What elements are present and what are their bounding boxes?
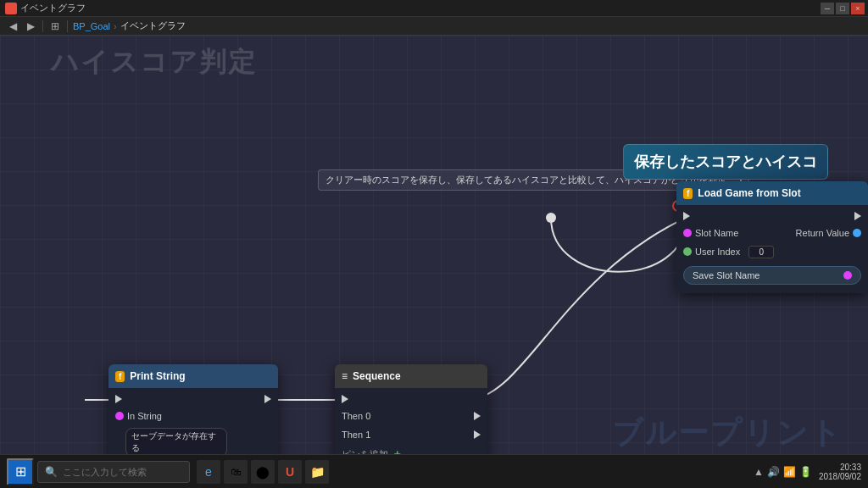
back-button[interactable]: ◀ [7, 19, 19, 33]
taskbar-right: ▲ 🔊 📶 🔋 20:33 2018/09/02 [754, 463, 861, 481]
toolbar: ◀ ▶ ⊞ BP_Goal › イベントグラフ [0, 17, 868, 36]
title-bar-text: イベントグラフ [20, 2, 86, 14]
save-slot-pin [843, 271, 852, 280]
load-game-header: f Load Game from Slot [676, 181, 868, 205]
start-button[interactable]: ⊞ [7, 458, 34, 485]
save-slot-button[interactable]: Save Slot Name [683, 266, 861, 285]
print-string-title: Print String [130, 370, 185, 382]
slot-name-label: Slot Name [695, 228, 738, 238]
print-string-icon: f [115, 371, 125, 382]
score-card-title: 保存したスコアとハイスコ [634, 153, 817, 170]
close-button[interactable]: × [851, 3, 865, 14]
sequence-title: Sequence [353, 370, 401, 382]
taskbar-chrome-button[interactable]: ⬤ [251, 460, 275, 484]
taskbar-clock: 20:33 2018/09/02 [819, 463, 861, 481]
page-title: ハイスコア判定 [51, 44, 257, 81]
then-1-label: Then 1 [342, 430, 470, 440]
title-bar: イベントグラフ ─ □ × [0, 0, 868, 17]
print-string-exec [108, 391, 278, 407]
user-index-pin [683, 247, 692, 256]
tray-icon-battery: 🔋 [799, 466, 812, 478]
return-value-label: Return Value [796, 228, 849, 238]
toolbar-separator [42, 20, 43, 32]
load-game-body: Slot Name Return Value User Index 0 Save… [676, 205, 868, 293]
breadcrumb: BP_Goal › イベントグラフ [73, 19, 186, 32]
taskbar-folder-button[interactable]: 📁 [305, 460, 329, 484]
taskbar-search-box[interactable]: 🔍 [37, 461, 190, 483]
breadcrumb-current: イベントグラフ [120, 19, 186, 32]
sequence-icon: ≡ [342, 370, 348, 382]
load-game-node[interactable]: f Load Game from Slot Slot Name Return V… [676, 181, 868, 293]
sequence-node[interactable]: ≡ Sequence Then 0 Then 1 ピンを追加 ＋ [335, 364, 487, 468]
return-value-pin [853, 229, 861, 237]
slot-name-row: Slot Name Return Value [676, 224, 868, 242]
breadcrumb-root[interactable]: BP_Goal [73, 21, 110, 31]
watermark: ブループリント [612, 413, 843, 454]
search-input[interactable] [63, 467, 173, 477]
load-game-icon: f [683, 188, 693, 199]
toolbar-separator-2 [67, 20, 68, 32]
taskbar-app-icons: e 🛍 ⬤ U 📁 [197, 460, 329, 484]
then-0-row: Then 0 [335, 407, 487, 425]
taskbar-unreal-button[interactable]: U [278, 460, 302, 484]
then-1-pin [474, 430, 481, 439]
svg-point-0 [546, 213, 556, 223]
save-slot-label: Save Slot Name [693, 270, 760, 280]
blueprint-canvas[interactable]: ハイスコア判定 ブループリント クリアー時のスコアを保存し、保存してあるハイスコ… [0, 36, 868, 488]
user-index-input[interactable]: 0 [748, 246, 774, 258]
sequence-exec [335, 391, 487, 407]
print-string-header: f Print String [108, 364, 278, 388]
load-game-title: Load Game from Slot [698, 187, 800, 199]
windows-logo: ⊞ [15, 463, 26, 480]
then-0-label: Then 0 [342, 411, 470, 421]
load-exec-out [854, 212, 861, 220]
search-icon: 🔍 [45, 466, 58, 478]
grid-button[interactable]: ⊞ [48, 19, 62, 33]
tray-icon-1: ▲ [754, 466, 764, 478]
user-index-label: User Index [695, 247, 740, 257]
in-string-label: In String [127, 411, 271, 421]
sequence-header: ≡ Sequence [335, 364, 487, 388]
tray-icon-3: 📶 [783, 466, 796, 478]
in-string-value: セーブデータが存在する [131, 430, 221, 454]
minimize-button[interactable]: ─ [821, 3, 834, 14]
exec-in-pin [115, 395, 122, 403]
clock-time: 20:33 [819, 463, 861, 472]
exec-out-pin [264, 395, 271, 403]
taskbar-edge-button[interactable]: e [197, 460, 220, 484]
in-string-input[interactable]: セーブデータが存在する [125, 428, 227, 457]
taskbar-store-button[interactable]: 🛍 [224, 460, 248, 484]
seq-exec-in [342, 395, 348, 403]
load-game-exec [676, 208, 868, 224]
score-card: 保存したスコアとハイスコ [623, 144, 828, 180]
app-icon [5, 3, 17, 14]
taskbar-tray: ▲ 🔊 📶 🔋 [754, 466, 812, 478]
user-index-row: User Index 0 [676, 242, 868, 261]
then-1-row: Then 1 [335, 425, 487, 444]
tray-icon-2: 🔊 [767, 466, 780, 478]
clock-date: 2018/09/02 [819, 472, 861, 481]
in-string-pin [115, 412, 124, 420]
in-string-row: In String [108, 407, 278, 425]
title-bar-controls: ─ □ × [821, 3, 865, 14]
user-index-value: 0 [759, 247, 764, 257]
maximize-button[interactable]: □ [836, 3, 849, 14]
slot-name-pin [683, 229, 692, 237]
breadcrumb-sep: › [114, 21, 117, 31]
taskbar: ⊞ 🔍 e 🛍 ⬤ U 📁 ▲ 🔊 📶 🔋 20:33 2018/09/02 [0, 454, 868, 488]
forward-button[interactable]: ▶ [25, 19, 37, 33]
load-exec-in [683, 212, 690, 220]
then-0-pin [474, 412, 481, 420]
